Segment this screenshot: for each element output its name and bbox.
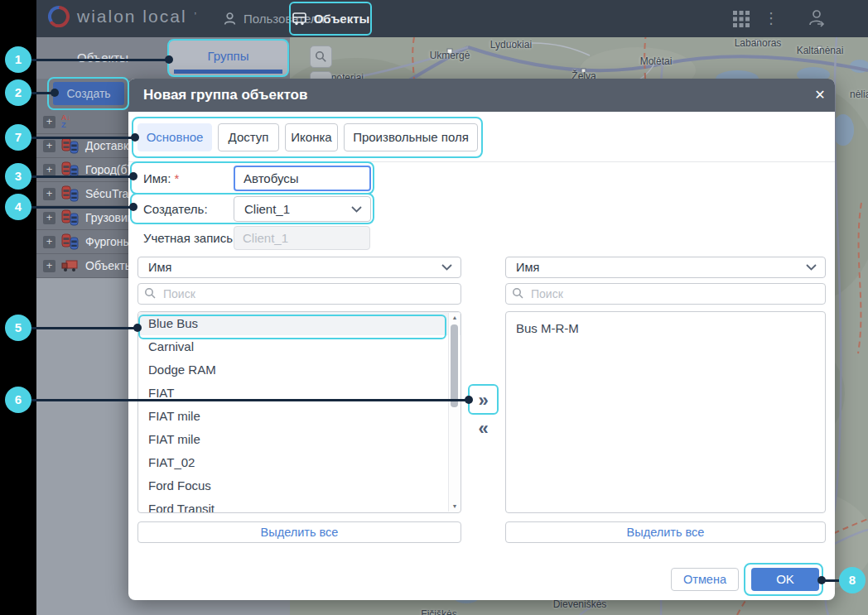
chevron-down-icon [806, 264, 817, 271]
expand-icon[interactable]: + [43, 164, 55, 176]
available-units-list: Blue Bus Carnival Dodge RAM FIAT FIAT mi… [137, 311, 461, 513]
name-input[interactable] [234, 166, 371, 191]
list-item[interactable]: Ford Focus [138, 474, 461, 497]
map-search-button[interactable] [310, 46, 332, 68]
logo-text: wialon local [77, 7, 187, 26]
group-name: Грузовик [85, 211, 133, 224]
map-label: Ukmergė [430, 50, 470, 61]
list-item[interactable]: Ford Transit [138, 497, 461, 513]
callout-dot-1 [165, 55, 173, 64]
group-cars-icon [61, 209, 80, 227]
expand-icon[interactable]: + [43, 236, 55, 248]
expand-icon[interactable]: + [43, 260, 55, 272]
creator-label: Создатель: [143, 202, 208, 216]
tab-units[interactable]: Объекты [36, 37, 169, 79]
bus-icon [292, 12, 307, 26]
callout-badge-8: 8 [839, 567, 866, 593]
group-name: Город(б) [85, 163, 131, 176]
expand-icon[interactable]: + [43, 188, 55, 200]
list-item[interactable]: Dodge RAM [138, 358, 461, 382]
list-item[interactable]: Bus M-R-M [506, 317, 825, 340]
double-chevron-left-icon: « [478, 418, 488, 439]
callout-dot-2 [51, 89, 59, 97]
logout-button[interactable] [807, 8, 827, 31]
group-cars-icon [61, 185, 80, 203]
callout-line-4 [31, 206, 134, 209]
scroll-up-icon[interactable]: ▲ [449, 313, 461, 323]
callout-badge-1: 1 [5, 46, 31, 73]
callout-line-5 [31, 327, 138, 329]
selected-select-all-button[interactable]: Выделить все [505, 521, 826, 543]
scrollbar[interactable]: ▲ ▼ [448, 313, 460, 512]
new-group-dialog: Новая группа объектов ✕ Основное Доступ … [128, 79, 835, 600]
callout-dot-5 [133, 324, 142, 332]
callout-badge-7: 7 [5, 124, 31, 151]
tab-access[interactable]: Доступ [218, 123, 279, 151]
app-root: Ukmergė Lyduokiai Želva Molėtai Labanora… [0, 0, 868, 615]
tab-custom-fields[interactable]: Произвольные поля [344, 123, 478, 151]
app-logo: wialon localʼ [48, 6, 196, 27]
group-cars-icon [61, 233, 80, 251]
callout-badge-5: 5 [5, 315, 31, 341]
callout-dot-7 [131, 133, 139, 142]
map-label: Fičiškės [421, 608, 456, 615]
user-icon [223, 12, 237, 26]
map-label: Molėtai [640, 55, 673, 67]
group-cars-icon [61, 137, 80, 155]
list-item[interactable]: FIAT_02 [138, 451, 461, 474]
nav-units[interactable]: Объекты [289, 0, 372, 37]
callout-badge-3: 3 [5, 163, 31, 190]
expand-icon[interactable]: + [43, 212, 55, 224]
map-label: Kaltanėnai [797, 45, 844, 56]
expand-all-icon[interactable]: + [43, 116, 55, 128]
selected-sort-select[interactable]: Имя [505, 257, 826, 278]
sort-az-icon[interactable]: A↓Z [61, 114, 70, 129]
sort-value: Имя [516, 261, 539, 274]
scrollbar-thumb[interactable] [451, 324, 458, 407]
selected-search-input[interactable] [505, 283, 826, 305]
required-asterisk: * [175, 171, 180, 185]
available-search [137, 283, 461, 305]
list-item[interactable]: FIAT mile [138, 428, 461, 451]
name-label: Имя: * [143, 171, 179, 185]
callout-dot-3 [129, 172, 137, 180]
grid-icon [732, 10, 750, 28]
account-input-disabled: Client_1 [234, 226, 370, 250]
chevron-down-icon [351, 206, 362, 213]
creator-value: Client_1 [244, 202, 290, 216]
selected-search [505, 283, 826, 305]
cancel-button[interactable]: Отмена [671, 568, 739, 591]
callout-dot-6 [465, 396, 473, 404]
create-button[interactable]: Создать [53, 82, 124, 105]
close-icon[interactable]: ✕ [813, 88, 827, 103]
tab-main[interactable]: Основное [137, 123, 212, 151]
callout-line-7 [31, 137, 136, 139]
search-icon [144, 287, 157, 300]
available-select-all-button[interactable]: Выделить все [137, 521, 461, 543]
group-truck-icon [61, 257, 80, 275]
logo-tick: ʼ [195, 11, 197, 22]
map-label: Labanoras [735, 37, 782, 49]
apps-grid-button[interactable] [732, 10, 750, 31]
move-left-button[interactable]: « [472, 418, 494, 440]
expand-icon[interactable]: + [43, 140, 55, 152]
list-item[interactable]: Blue Bus [138, 312, 461, 335]
map-label: Dieveniškės [553, 598, 607, 610]
available-search-input[interactable] [137, 283, 461, 305]
callout-line-3 [31, 175, 134, 178]
list-item[interactable]: Carnival [138, 335, 461, 358]
move-right-button[interactable]: » [472, 390, 494, 411]
group-name: SécuTrac [85, 187, 134, 200]
search-icon [512, 287, 524, 300]
tab-icon[interactable]: Иконка [285, 123, 338, 151]
creator-select[interactable]: Client_1 [234, 196, 371, 222]
wialon-logo-icon [48, 6, 70, 27]
more-menu-button[interactable]: ⋮ [764, 9, 779, 27]
available-sort-select[interactable]: Имя [137, 257, 461, 278]
list-item[interactable]: FIAT mile [138, 405, 461, 428]
group-name: Объекты [85, 259, 133, 272]
kebab-icon: ⋮ [764, 10, 779, 26]
ok-button[interactable]: OK [751, 568, 819, 591]
scroll-down-icon[interactable]: ▼ [449, 502, 461, 512]
account-label: Учетная запись: [143, 231, 236, 245]
